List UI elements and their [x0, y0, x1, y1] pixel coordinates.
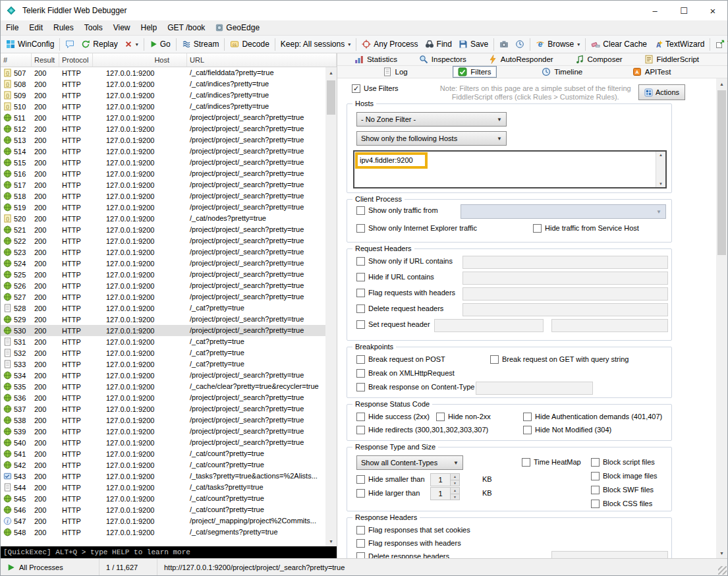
- hosts-textarea[interactable]: ipv4.fiddler:9200 ▲▼: [353, 150, 667, 188]
- menu-get-book[interactable]: GET /book: [162, 20, 210, 35]
- host-filter-dropdown[interactable]: Show only the following Hosts ▼: [356, 131, 507, 146]
- session-row-517[interactable]: 517200HTTP127.0.0.1:9200/project/project…: [1, 179, 325, 190]
- session-row-525[interactable]: 525200HTTP127.0.0.1:9200/project/project…: [1, 269, 325, 280]
- tab-inspectors[interactable]: Inspectors: [414, 54, 471, 65]
- process-picker-dropdown[interactable]: ▼: [461, 204, 666, 219]
- hide-redirects-checkbox[interactable]: Hide redirects (300,301,302,303,307): [356, 426, 488, 434]
- menu-file[interactable]: File: [1, 20, 24, 35]
- column-header-result[interactable]: Result: [32, 53, 59, 67]
- show-url-contains-input[interactable]: [462, 256, 668, 269]
- hide-not-modified-checkbox[interactable]: Hide Not Modified (304): [523, 426, 611, 434]
- session-row-529[interactable]: 529200HTTP127.0.0.1:9200/project/project…: [1, 314, 325, 325]
- session-row-511[interactable]: 511200HTTP127.0.0.1:9200/project/project…: [1, 112, 325, 123]
- hide-non-2xx-checkbox[interactable]: Hide non-2xx: [436, 413, 491, 421]
- tab-filters[interactable]: Filters: [453, 66, 496, 78]
- block-swf-checkbox[interactable]: Block SWF files: [591, 486, 654, 494]
- session-row-531[interactable]: 531200HTTP127.0.0.1:9200/_cat?pretty=tru…: [1, 336, 325, 347]
- delete-response-headers-input[interactable]: [551, 551, 668, 558]
- session-row-532[interactable]: 532200HTTP127.0.0.1:9200/_cat?pretty=tru…: [1, 347, 325, 359]
- toolbar-browse[interactable]: eBrowse▾: [532, 38, 583, 50]
- session-row-520[interactable]: {}520200HTTP127.0.0.1:9200/_cat/nodes?pr…: [1, 213, 325, 224]
- show-only-traffic-checkbox[interactable]: Show only traffic from: [356, 206, 438, 215]
- filters-scrollbar[interactable]: ▲ ▼: [716, 78, 727, 558]
- scroll-up-icon[interactable]: ▲: [659, 153, 663, 157]
- hide-larger-checkbox[interactable]: Hide larger than: [356, 489, 420, 498]
- use-filters-checkbox[interactable]: Use Filters: [352, 84, 399, 93]
- session-row-518[interactable]: 518200HTTP127.0.0.1:9200/project/project…: [1, 190, 325, 202]
- hide-larger-stepper[interactable]: 1 ▲▼: [430, 487, 460, 500]
- flag-requests-input[interactable]: [462, 287, 668, 301]
- session-row-542[interactable]: 542200HTTP127.0.0.1:9200/_cat/count?pret…: [1, 459, 325, 471]
- menu-rules[interactable]: Rules: [48, 20, 79, 35]
- session-row-513[interactable]: 513200HTTP127.0.0.1:9200/project/project…: [1, 134, 325, 146]
- toolbar-go[interactable]: Go: [146, 38, 174, 50]
- scrollbar-thumb[interactable]: [327, 80, 335, 115]
- hide-url-contains-checkbox[interactable]: Hide if URL contains: [356, 273, 434, 281]
- session-list-scrollbar[interactable]: ▲ ▼: [325, 67, 337, 546]
- break-xmlhttprequest-checkbox[interactable]: Break on XMLHttpRequest: [356, 369, 455, 378]
- column-header-host[interactable]: Host: [93, 53, 187, 67]
- maximize-button[interactable]: ☐: [669, 1, 698, 20]
- zone-filter-dropdown[interactable]: - No Zone Filter - ▼: [356, 112, 507, 127]
- tab-fiddlerscript[interactable]: FiddlerScript: [640, 54, 704, 65]
- scroll-down-icon[interactable]: ▼: [716, 548, 727, 558]
- session-row-527[interactable]: 527200HTTP127.0.0.1:9200/project/project…: [1, 291, 325, 302]
- session-row-545[interactable]: 545200HTTP127.0.0.1:9200/_cat/count?pret…: [1, 493, 325, 504]
- delete-request-headers-input[interactable]: [462, 303, 668, 316]
- show-url-contains-checkbox[interactable]: Show only if URL contains: [356, 257, 453, 266]
- scroll-down-icon[interactable]: ▼: [325, 536, 337, 546]
- set-request-header-checkbox[interactable]: Set request header: [356, 320, 430, 329]
- session-row-509[interactable]: {}509200HTTP127.0.0.1:9200/_cat/indices?…: [1, 90, 325, 101]
- hide-service-host-checkbox[interactable]: Hide traffic from Service Host: [533, 224, 639, 233]
- scroll-down-icon[interactable]: ▼: [659, 182, 663, 186]
- toolbar-textwizard[interactable]: ATextWizard: [650, 38, 708, 50]
- session-row-524[interactable]: 524200HTTP127.0.0.1:9200/project/project…: [1, 258, 325, 269]
- toolbar-save[interactable]: Save: [455, 38, 491, 50]
- tab-autoresponder[interactable]: AutoResponder: [484, 54, 558, 65]
- session-row-538[interactable]: 538200HTTP127.0.0.1:9200/project/project…: [1, 415, 325, 426]
- block-css-checkbox[interactable]: Block CSS files: [591, 500, 652, 508]
- session-row-526[interactable]: 526200HTTP127.0.0.1:9200/project/project…: [1, 280, 325, 291]
- content-types-dropdown[interactable]: Show all Content-Types ▼: [356, 455, 463, 470]
- stepper-arrows[interactable]: ▲▼: [450, 488, 459, 500]
- session-row-533[interactable]: 533200HTTP127.0.0.1:9200/_cat?pretty=tru…: [1, 359, 325, 370]
- break-response-content-type-checkbox[interactable]: Break response on Content-Type: [356, 383, 474, 391]
- hide-success-checkbox[interactable]: Hide success (2xx): [356, 413, 430, 421]
- close-button[interactable]: ×: [698, 1, 727, 20]
- session-row-514[interactable]: 514200HTTP127.0.0.1:9200/project/project…: [1, 146, 325, 157]
- tab-statistics[interactable]: Statistics: [350, 54, 402, 65]
- menu-help[interactable]: Help: [136, 20, 163, 35]
- break-post-checkbox[interactable]: Break request on POST: [356, 355, 445, 364]
- scrollbar-thumb[interactable]: [717, 90, 726, 255]
- set-request-header-value-input[interactable]: [551, 319, 668, 332]
- flag-set-cookies-checkbox[interactable]: Flag responses that set cookies: [356, 526, 470, 534]
- toolbar-find[interactable]: Find: [422, 38, 455, 50]
- tab-log[interactable]: Log: [378, 67, 412, 77]
- session-row-547[interactable]: i547200HTTP127.0.0.1:9200/project/_mappi…: [1, 515, 325, 527]
- session-row-546[interactable]: 546200HTTP127.0.0.1:9200/_cat/count?pret…: [1, 504, 325, 515]
- remove-sessions-button[interactable]: ▾: [121, 39, 142, 49]
- session-row-523[interactable]: 523200HTTP127.0.0.1:9200/project/project…: [1, 246, 325, 258]
- session-row-537[interactable]: 537200HTTP127.0.0.1:9200/project/project…: [1, 403, 325, 415]
- block-image-checkbox[interactable]: Block image files: [591, 472, 658, 480]
- tab-apitest[interactable]: AAPITest: [628, 67, 676, 77]
- hide-smaller-checkbox[interactable]: Hide smaller than: [356, 475, 425, 484]
- session-row-543[interactable]: 543200HTTP127.0.0.1:9200/_tasks?pretty=t…: [1, 471, 325, 482]
- hide-auth-demands-checkbox[interactable]: Hide Authentication demands (401,407): [523, 413, 662, 421]
- hide-url-contains-input[interactable]: [462, 272, 668, 285]
- resize-grip[interactable]: [718, 566, 727, 575]
- set-request-header-name-input[interactable]: [434, 319, 544, 332]
- column-header-number[interactable]: #: [1, 53, 32, 67]
- timer-button[interactable]: [512, 38, 528, 50]
- session-row-530[interactable]: 530200HTTP127.0.0.1:9200/project/project…: [1, 325, 325, 336]
- flag-responses-headers-checkbox[interactable]: Flag responses with headers: [356, 539, 461, 548]
- keep-sessions-dropdown[interactable]: Keep: All sessions▾: [277, 38, 354, 50]
- session-row-515[interactable]: 515200HTTP127.0.0.1:9200/project/project…: [1, 157, 325, 168]
- scroll-up-icon[interactable]: ▲: [325, 67, 337, 78]
- tab-composer[interactable]: Composer: [571, 54, 627, 65]
- session-row-539[interactable]: 539200HTTP127.0.0.1:9200/project/project…: [1, 426, 325, 437]
- process-filter[interactable]: All Processes: [1, 559, 99, 575]
- toolbar-clear-cache[interactable]: Clear Cache: [588, 38, 650, 50]
- session-row-510[interactable]: {}510200HTTP127.0.0.1:9200/_cat/indices?…: [1, 101, 325, 112]
- time-heatmap-checkbox[interactable]: Time HeatMap: [522, 458, 581, 467]
